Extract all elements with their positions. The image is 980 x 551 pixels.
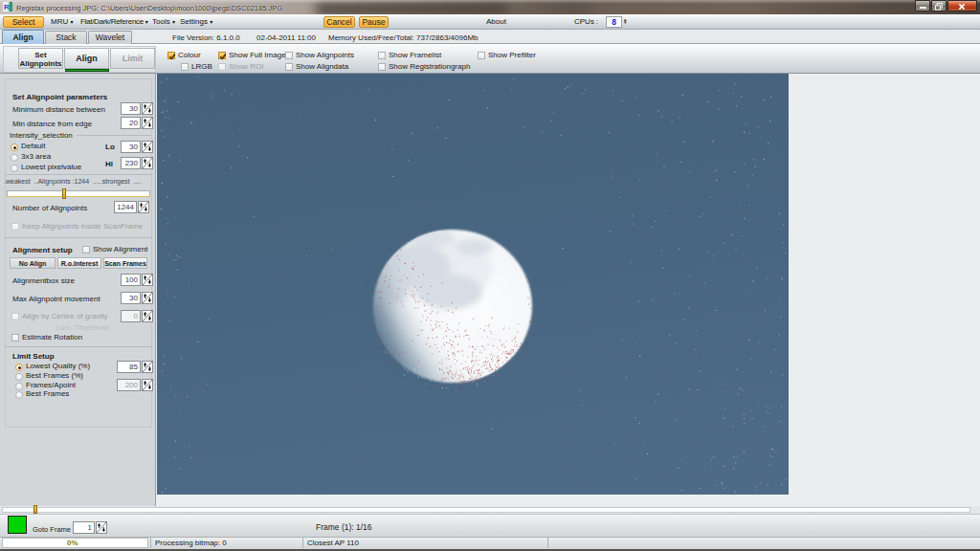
svg-text:R: R [4,3,10,11]
